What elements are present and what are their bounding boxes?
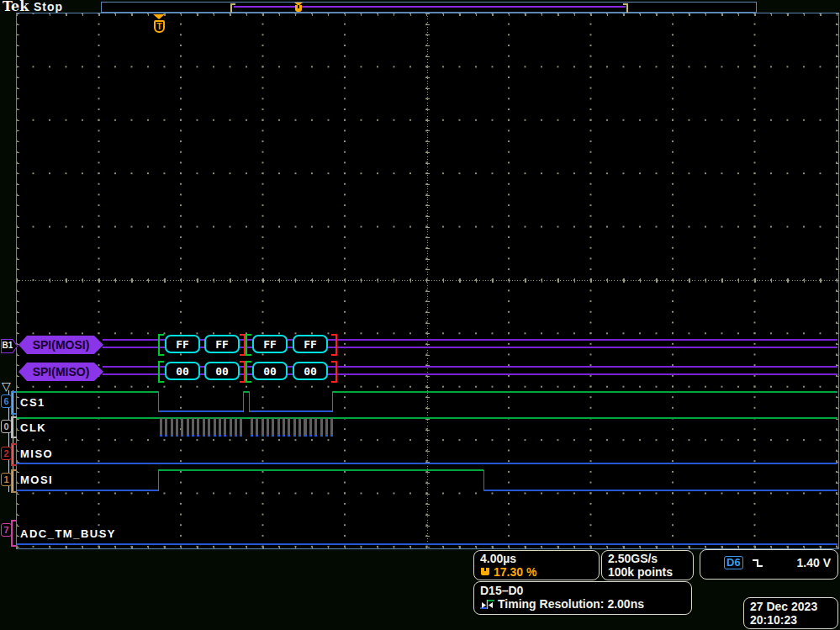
mosi-waveform-segment [158, 469, 483, 471]
bus-value-box: 00 [204, 362, 240, 380]
cs1-waveform-segment [17, 391, 159, 393]
trigger-position-bar-icon[interactable] [293, 3, 304, 12]
channel-label: CS1 [20, 396, 45, 409]
clk-burst [251, 418, 333, 437]
channel-bracket-d7 [11, 520, 17, 547]
adc-tm-busy-waveform-segment [17, 543, 837, 545]
acquisition-readout[interactable]: 2.50GS/s 100k points [601, 550, 694, 580]
acquisition-status: Stop [34, 0, 63, 13]
timebase-readout[interactable]: 4.00µs 17.30 % [473, 550, 600, 580]
trigger-position-icon [480, 567, 490, 577]
timing-resolution: Timing Resolution: 2.00ns [498, 597, 644, 611]
time: 20:10:23 [750, 613, 797, 627]
channel-bracket-d6 [11, 391, 17, 415]
digital-group-range: D15–D0 [480, 584, 523, 597]
grid-center-horizontal [17, 278, 838, 283]
channel-bracket-d1 [11, 469, 17, 493]
frame-end-bracket-icon [240, 334, 246, 356]
trigger-source-badge: D6 [724, 556, 743, 569]
frame-start-bracket-icon [246, 334, 251, 356]
spi-miso-badge[interactable]: SPI(MISO) [18, 363, 103, 381]
timing-resolution-icon [480, 599, 494, 610]
spi-mosi-badge[interactable]: SPI(MOSI) [18, 336, 103, 354]
bus-value-box: 00 [252, 362, 288, 380]
frame-end-bracket-icon [240, 361, 246, 383]
date: 27 Dec 2023 [750, 600, 817, 613]
channel-label: MISO [20, 447, 53, 460]
bus-value-box: FF [204, 335, 240, 353]
zoom-window-extent [234, 6, 626, 8]
miso-waveform-segment [17, 463, 837, 464]
sample-rate: 2.50GS/s [608, 552, 658, 565]
frame-start-bracket-icon [246, 361, 251, 383]
cs1-edge [243, 391, 244, 412]
trigger-level: 1.40 V [797, 556, 837, 569]
frame-end-bracket-icon [331, 361, 337, 383]
falling-edge-icon [752, 557, 765, 569]
bus-value-box: FF [252, 335, 288, 353]
cs1-waveform-segment [250, 410, 332, 412]
trigger-readout[interactable]: D6 1.40 V [700, 549, 838, 580]
trigger-triangle-icon [153, 14, 165, 19]
horizontal-scale: 4.00µs [480, 552, 516, 565]
mosi-waveform-segment [17, 490, 158, 491]
cs1-edge [158, 391, 159, 412]
mosi-edge [483, 470, 484, 491]
clk-burst [160, 418, 244, 437]
frame-start-bracket-icon [158, 334, 164, 356]
mosi-waveform-segment [483, 490, 837, 491]
record-view-bar[interactable] [101, 2, 757, 13]
trigger-position-marker[interactable]: T [153, 14, 165, 34]
frame-start-bracket-icon [158, 361, 164, 383]
cs1-edge [332, 391, 333, 412]
oscilloscope-screen: Tek Stop T B1 SPI(MOSI) SPI(MISO) [0, 0, 840, 630]
bus-value-box: 00 [165, 362, 200, 380]
record-length: 100k points [608, 565, 673, 579]
channel-label: CLK [20, 421, 46, 434]
clk-burst-low-marks [251, 435, 333, 437]
channel-label: ADC_TM_BUSY [20, 527, 116, 540]
channel-bracket-d2 [11, 443, 17, 466]
datetime-readout[interactable]: 27 Dec 2023 20:10:23 [743, 597, 838, 629]
clk-waveform-high-line [17, 417, 837, 419]
clk-burst-low-marks [160, 435, 244, 437]
channel-bracket-d0 [11, 416, 17, 438]
cs1-edge [249, 391, 250, 412]
digital-timing-readout[interactable]: D15–D0 Timing Resolution: 2.00ns [473, 581, 692, 615]
channel-label: MOSI [20, 474, 53, 486]
bus-b1-badge[interactable]: B1 [1, 339, 18, 353]
bus-value-box: 00 [293, 362, 328, 380]
mosi-edge [158, 470, 159, 491]
bus-b1-label: B1 [2, 341, 13, 350]
cs1-waveform-segment [159, 410, 243, 412]
cs1-waveform-segment [332, 391, 837, 393]
bus-value-box: FF [293, 335, 328, 353]
bus-value-box: FF [165, 335, 200, 353]
trigger-flag-slot [298, 5, 299, 8]
frame-end-bracket-icon [331, 334, 337, 356]
trigger-t-icon: T [154, 20, 165, 33]
trigger-position-percent: 17.30 % [494, 565, 536, 579]
